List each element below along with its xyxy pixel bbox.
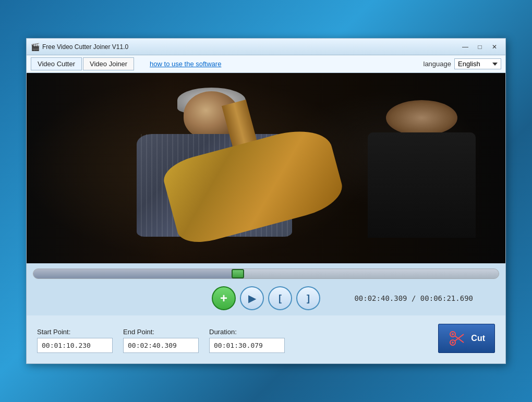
language-section: language English Chinese French German S… xyxy=(424,58,502,69)
start-bracket-icon: [ xyxy=(279,293,282,304)
tab-video-joiner[interactable]: Video Joiner xyxy=(83,57,134,70)
duration-input[interactable] xyxy=(209,338,285,353)
start-point-input[interactable] xyxy=(37,338,113,353)
start-bracket-button[interactable]: [ xyxy=(268,286,292,310)
svg-point-5 xyxy=(452,342,454,344)
time-separator: / xyxy=(407,294,420,302)
play-icon: ▶ xyxy=(248,292,256,304)
svg-line-2 xyxy=(455,336,464,343)
progress-fill xyxy=(33,269,238,278)
timeline-area: + ▶ [ ] 00:02:40.309 / 00:06:21.690 xyxy=(27,263,505,315)
svg-point-4 xyxy=(452,333,454,335)
end-point-input[interactable] xyxy=(123,338,199,353)
progress-handle[interactable] xyxy=(232,269,244,278)
language-label: language xyxy=(424,60,452,68)
end-point-group: End Point: xyxy=(123,328,199,353)
howto-link[interactable]: how to use the software xyxy=(150,60,221,68)
start-point-group: Start Point: xyxy=(37,328,113,353)
duration-label: Duration: xyxy=(209,328,285,336)
time-total: 00:06:21.690 xyxy=(420,294,473,302)
bg-figure-head xyxy=(386,100,458,136)
end-bracket-button[interactable]: ] xyxy=(296,286,320,310)
play-button[interactable]: ▶ xyxy=(240,286,264,310)
main-window: 🎬 Free Video Cutter Joiner V11.0 — □ ✕ V… xyxy=(26,38,506,364)
menubar: Video Cutter Video Joiner how to use the… xyxy=(27,55,505,73)
bg-figure-body xyxy=(368,132,476,238)
minimize-button[interactable]: — xyxy=(458,41,472,53)
add-button[interactable]: + xyxy=(212,286,236,310)
tab-video-cutter[interactable]: Video Cutter xyxy=(31,57,82,70)
start-point-label: Start Point: xyxy=(37,328,113,336)
close-button[interactable]: ✕ xyxy=(488,41,501,53)
window-title: Free Video Cutter Joiner V11.0 xyxy=(42,43,458,51)
progress-remaining xyxy=(238,269,499,278)
time-display: 00:02:40.309 / 00:06:21.690 xyxy=(354,294,473,302)
progress-bar[interactable] xyxy=(33,269,499,279)
scissors-icon xyxy=(448,329,467,348)
video-figure-bg xyxy=(362,92,482,254)
end-point-label: End Point: xyxy=(123,328,199,336)
titlebar-controls: — □ ✕ xyxy=(458,41,501,53)
video-player xyxy=(27,73,505,263)
language-select[interactable]: English Chinese French German Spanish xyxy=(454,58,501,69)
controls-row: + ▶ [ ] 00:02:40.309 / 00:06:21.690 xyxy=(33,286,499,310)
cut-button-label: Cut xyxy=(471,334,485,343)
duration-group: Duration: xyxy=(209,328,285,353)
points-row: Start Point: End Point: Duration: Cut xyxy=(27,315,505,363)
time-current: 00:02:40.309 xyxy=(354,294,407,302)
app-icon: 🎬 xyxy=(31,43,39,51)
end-bracket-icon: ] xyxy=(307,293,310,304)
titlebar: 🎬 Free Video Cutter Joiner V11.0 — □ ✕ xyxy=(27,39,505,55)
cut-button[interactable]: Cut xyxy=(438,324,495,353)
maximize-button[interactable]: □ xyxy=(473,41,487,53)
video-figure-main xyxy=(75,82,386,254)
svg-line-3 xyxy=(455,334,464,341)
